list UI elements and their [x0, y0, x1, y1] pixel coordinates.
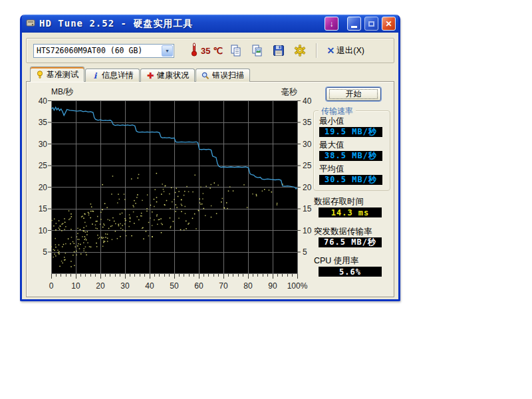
min-label: 最小值 — [319, 116, 344, 127]
tab-label: 基准测试 — [47, 69, 78, 80]
close-icon: ✕ — [385, 19, 392, 29]
min-value-box: 19.5 MB/秒 — [319, 127, 382, 137]
save-button[interactable] — [271, 43, 287, 59]
access-time-label: 数据存取时间 — [314, 196, 364, 207]
axis-tick-label: 100% — [284, 281, 311, 291]
axis-tick-label: 30 — [30, 140, 47, 149]
down-arrow-icon: ↓ — [330, 19, 334, 29]
axis-tick-label: 40 — [136, 281, 163, 291]
toolbar-separator — [316, 43, 317, 58]
burst-rate-label: 突发数据传输率 — [314, 226, 372, 237]
drive-selector-value: HTS726060M9AT00 (60 GB) — [34, 46, 161, 55]
max-label: 最大值 — [319, 140, 344, 151]
tab-label: 信息详情 — [102, 70, 134, 81]
toolbar-buttons: ✕ 退出(X) — [228, 43, 387, 59]
download-button[interactable]: ↓ — [325, 17, 338, 31]
axis-tick-label: 90 — [259, 281, 286, 291]
axis-tick-label: 25 — [30, 161, 47, 170]
temperature-value: 35 — [201, 46, 210, 56]
tab-bar: 基准测试 i 信息详情 ✚ 健康状况 错误扫描 — [26, 66, 394, 82]
cpu-usage-value-box: 5.6% — [319, 267, 382, 277]
minimize-button[interactable] — [347, 17, 361, 31]
axis-tick-label: 0 — [38, 281, 65, 291]
exit-x-icon: ✕ — [327, 47, 335, 55]
left-axis-title: MB/秒 — [51, 86, 73, 98]
axis-tick-label: 50 — [161, 281, 188, 291]
magnifier-icon — [201, 72, 209, 80]
max-value-box: 38.5 MB/秒 — [319, 151, 382, 161]
axis-tick-label: 20 — [87, 281, 114, 291]
client-area: HTS726060M9AT00 (60 GB) ▼ 35 ℃ — [22, 33, 398, 297]
tab-error-scan[interactable]: 错误扫描 — [196, 68, 250, 82]
avg-value-box: 30.5 MB/秒 — [319, 175, 382, 185]
titlebar[interactable]: HD Tune 2.52 - 硬盘实用工具 ↓ ✕ — [22, 15, 398, 33]
temperature-indicator: 35 ℃ — [190, 42, 223, 59]
tab-label: 健康状况 — [157, 70, 189, 81]
access-time-value-box: 14.3 ms — [319, 207, 382, 217]
cpu-usage-label: CPU 使用率 — [314, 255, 358, 267]
axis-tick-label: 5 — [30, 247, 47, 257]
app-icon — [25, 17, 36, 31]
hd-tune-window: HD Tune 2.52 - 硬盘实用工具 ↓ ✕ HTS726060M9AT0… — [20, 15, 400, 301]
start-button[interactable]: 开始 — [326, 87, 381, 101]
axis-tick-label: 15 — [30, 204, 47, 213]
maximize-button[interactable] — [364, 17, 378, 31]
benchmark-chart — [48, 100, 301, 280]
gear-icon — [293, 44, 307, 57]
right-axis-title: 毫秒 — [246, 86, 297, 98]
axis-tick-label: 30 — [112, 281, 138, 291]
minimize-icon — [351, 26, 357, 28]
transfer-rate-group: 传输速率 最小值 19.5 MB/秒 最大值 38.5 MB/秒 平均值 30.… — [313, 110, 390, 191]
exit-label: 退出(X) — [336, 45, 364, 57]
info-icon: i — [91, 72, 99, 79]
tab-health[interactable]: ✚ 健康状况 — [140, 68, 195, 82]
thermometer-icon — [190, 42, 198, 59]
copy-text-button[interactable] — [228, 43, 244, 59]
dropdown-arrow-icon[interactable]: ▼ — [162, 45, 173, 57]
avg-label: 平均值 — [319, 164, 344, 175]
image-icon — [251, 44, 264, 57]
window-title: HD Tune 2.52 - 硬盘实用工具 — [39, 18, 321, 30]
benchmark-page: MB/秒 毫秒 403530252015105 403530252015105 … — [26, 81, 394, 297]
start-button-label: 开始 — [329, 89, 378, 99]
copy-icon — [229, 44, 243, 57]
axis-tick-label: 10 — [63, 281, 89, 291]
benchmark-icon — [36, 70, 44, 79]
axis-tick-label: 60 — [186, 281, 212, 291]
axis-tick-label: 40 — [30, 96, 47, 106]
exit-button[interactable]: ✕ 退出(X) — [325, 44, 367, 58]
toolbar: HTS726060M9AT00 (60 GB) ▼ 35 ℃ — [26, 38, 394, 63]
burst-rate-value-box: 76.5 MB/秒 — [319, 237, 382, 247]
floppy-icon — [272, 44, 285, 57]
health-cross-icon: ✚ — [146, 72, 154, 79]
copy-image-button[interactable] — [249, 43, 265, 59]
maximize-icon — [368, 21, 374, 27]
axis-tick-label: 80 — [235, 281, 261, 291]
tab-benchmark[interactable]: 基准测试 — [30, 66, 84, 82]
axis-tick-label: 10 — [30, 226, 47, 235]
drive-selector[interactable]: HTS726060M9AT00 (60 GB) ▼ — [33, 44, 174, 58]
axis-tick-label: 40 — [303, 96, 320, 106]
options-button[interactable] — [292, 43, 308, 59]
axis-tick-label: 70 — [210, 281, 237, 291]
close-button[interactable]: ✕ — [382, 17, 396, 31]
temperature-unit: ℃ — [213, 46, 223, 56]
tab-label: 错误扫描 — [212, 70, 244, 81]
tab-info[interactable]: i 信息详情 — [85, 68, 140, 82]
axis-tick-label: 20 — [30, 183, 47, 192]
axis-tick-label: 35 — [30, 118, 47, 127]
